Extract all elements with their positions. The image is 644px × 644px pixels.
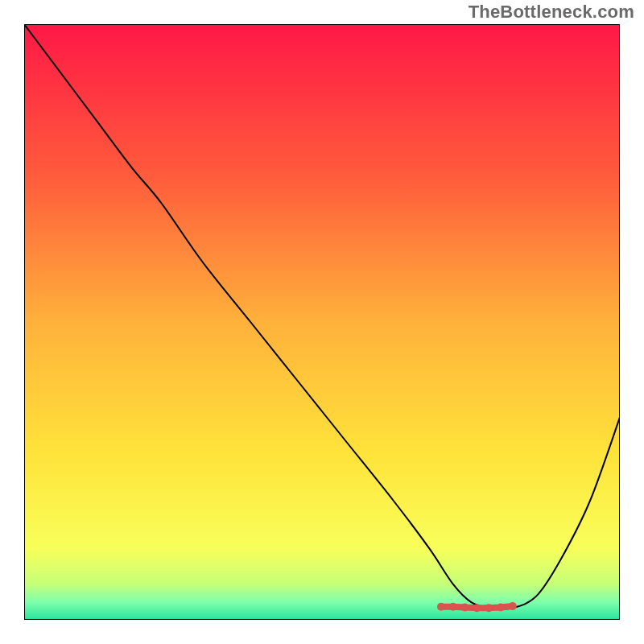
optimal-marker-dot <box>437 603 445 611</box>
optimal-marker-dot <box>509 602 517 610</box>
optimal-marker-dot <box>461 603 469 611</box>
optimal-marker-dot <box>497 603 505 611</box>
gradient-background <box>24 24 620 620</box>
optimal-marker-dot <box>485 604 493 612</box>
chart-root: TheBottleneck.com <box>0 0 644 644</box>
chart-plot-area <box>24 24 620 620</box>
attribution-label: TheBottleneck.com <box>469 2 634 23</box>
chart-svg <box>24 24 620 620</box>
optimal-marker-dot <box>473 604 481 612</box>
optimal-marker-dot <box>449 603 457 611</box>
